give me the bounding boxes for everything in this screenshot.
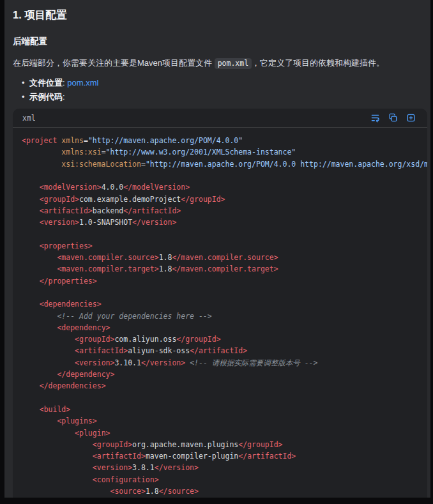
code-line: <version>3.8.1</version> <box>22 462 427 473</box>
code-line: <dependency> <box>22 322 427 333</box>
code-line: <artifactId>maven-compiler-plugin</artif… <box>22 450 427 462</box>
code-line: <maven.compiler.source>1.8</maven.compil… <box>22 252 427 263</box>
chat-response-page: 1. 项目配置 后端配置 在后端部分，你需要关注的主要是Maven项目配置文件 … <box>4 0 430 498</box>
code-line: <!-- Add your dependencies here --> <box>22 310 427 322</box>
page-title: 1. 项目配置 <box>13 8 429 22</box>
code-block: xml <box>13 109 427 498</box>
file-location-label: 文件位置 <box>29 78 63 88</box>
code-line: <target>1.8</target> <box>22 497 427 498</box>
code-line: <source>1.8</source> <box>22 485 427 497</box>
code-line <box>22 229 427 240</box>
code-line: <dependencies> <box>22 298 427 310</box>
expand-icon <box>406 113 416 123</box>
code-line: <artifactId>backend</artifactId> <box>22 205 427 217</box>
code-line <box>22 287 427 298</box>
code-content: <project xmlns="http://maven.apache.org/… <box>13 128 427 498</box>
code-line <box>22 392 427 404</box>
code-actions <box>370 113 416 123</box>
wrap-icon <box>370 113 380 123</box>
code-line: <project xmlns="http://maven.apache.org/… <box>22 135 427 146</box>
code-line: <properties> <box>22 240 427 252</box>
code-line: <modelVersion>4.0.0</modelVersion> <box>22 181 427 193</box>
intro-paragraph: 在后端部分，你需要关注的主要是Maven项目配置文件 pom.xml，它定义了项… <box>13 57 429 70</box>
code-line <box>22 170 427 181</box>
sample-code-colon: : <box>63 92 65 102</box>
code-line: <artifactId>aliyun-sdk-oss</artifactId> <box>22 345 427 356</box>
paragraph-text-before: 在后端部分，你需要关注的主要是Maven项目配置文件 <box>13 58 215 68</box>
code-line: <maven.compiler.target>1.8</maven.compil… <box>22 263 427 275</box>
pom-xml-link[interactable]: pom.xml <box>67 78 98 88</box>
code-line: </dependency> <box>22 369 427 380</box>
paragraph-text-after: ，它定义了项目的依赖和构建插件。 <box>252 58 384 68</box>
copy-button[interactable] <box>388 113 398 123</box>
code-line: <groupId>com.example.demoProject</groupI… <box>22 194 427 205</box>
wrap-button[interactable] <box>370 113 380 123</box>
code-line: xmlns:xsi="http://www.w3.org/2001/XMLSch… <box>22 146 427 158</box>
expand-button[interactable] <box>406 113 416 123</box>
code-line: <plugins> <box>22 415 427 427</box>
section-heading-backend-config: 后端配置 <box>13 36 429 47</box>
code-line: <version>1.0-SNAPSHOT</version> <box>22 217 427 228</box>
code-line: <version>3.10.1</version> <!-- 请根据实际需要调整… <box>22 357 427 369</box>
copy-icon <box>388 113 398 123</box>
inline-code-pom-xml: pom.xml <box>215 58 252 69</box>
code-line: <groupId>org.apache.maven.plugins</group… <box>22 439 427 450</box>
code-line: <build> <box>22 404 427 415</box>
code-line: xsi:schemaLocation="http://maven.apache.… <box>22 158 427 170</box>
code-line: </dependencies> <box>22 380 427 392</box>
code-line: </properties> <box>22 275 427 287</box>
list-item-file-location: 文件位置: pom.xml <box>22 76 429 90</box>
code-line: <groupId>com.aliyun.oss</groupId> <box>22 333 427 345</box>
code-line: <plugin> <box>22 427 427 439</box>
code-block-header: xml <box>13 109 427 128</box>
list-item-sample-code: 示例代码: <box>22 90 429 104</box>
sample-code-label: 示例代码 <box>29 92 63 102</box>
code-language-label: xml <box>22 114 36 123</box>
bullet-list: 文件位置: pom.xml 示例代码: <box>13 76 429 104</box>
code-line: <configuration> <box>22 474 427 485</box>
